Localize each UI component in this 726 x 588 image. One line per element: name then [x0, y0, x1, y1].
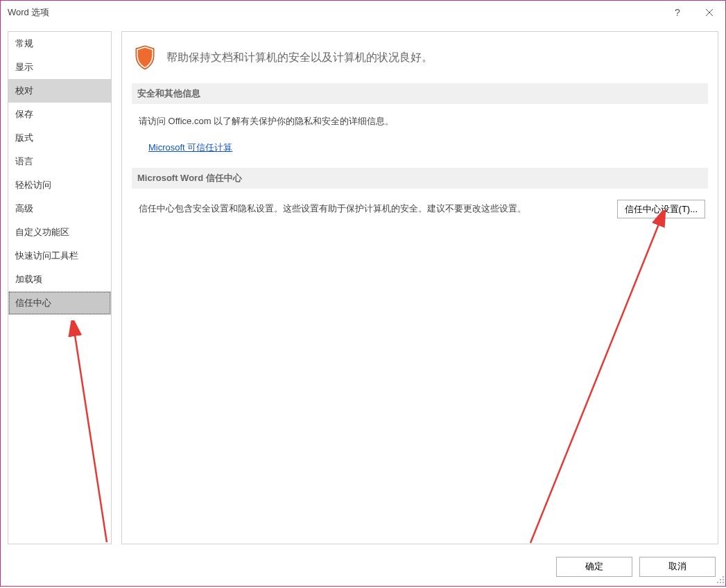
ok-button[interactable]: 确定 [556, 557, 632, 577]
sidebar-item-advanced[interactable]: 高级 [8, 197, 111, 220]
shield-icon [133, 44, 157, 71]
trust-center-text: 信任中心包含安全设置和隐私设置。这些设置有助于保护计算机的安全。建议不要更改这些… [139, 200, 607, 215]
sidebar-item-save[interactable]: 保存 [8, 103, 111, 126]
trust-center-settings-button[interactable]: 信任中心设置(T)... [617, 200, 705, 218]
cancel-button[interactable]: 取消 [639, 557, 716, 577]
svg-point-7 [723, 582, 724, 583]
sidebar-item-trust-center[interactable]: 信任中心 [8, 291, 111, 315]
section-security-header: 安全和其他信息 [132, 83, 708, 104]
security-text: 请访问 Office.com 以了解有关保护你的隐私和安全的详细信息。 [139, 115, 701, 128]
svg-point-6 [720, 579, 721, 580]
section-security-body: 请访问 Office.com 以了解有关保护你的隐私和安全的详细信息。 Micr… [132, 104, 708, 168]
sidebar-item-layout[interactable]: 版式 [8, 126, 111, 150]
svg-point-5 [723, 579, 724, 580]
svg-point-9 [717, 582, 718, 583]
sidebar-item-display[interactable]: 显示 [8, 55, 111, 79]
section-trust-center-header: Microsoft Word 信任中心 [132, 168, 708, 189]
content-area: 常规 显示 校对 保存 版式 语言 轻松访问 高级 自定义功能区 快速访问工具栏… [1, 24, 725, 551]
sidebar-item-proofing[interactable]: 校对 [8, 79, 111, 103]
sidebar-item-addins[interactable]: 加载项 [8, 268, 111, 291]
sidebar-item-quick-access-toolbar[interactable]: 快速访问工具栏 [8, 244, 111, 268]
trust-center-row: 信任中心包含安全设置和隐私设置。这些设置有助于保护计算机的安全。建议不要更改这些… [132, 189, 708, 218]
trustworthy-computing-link[interactable]: Microsoft 可信任计算 [148, 142, 232, 153]
sidebar-item-general[interactable]: 常规 [8, 32, 111, 55]
close-icon [705, 8, 714, 17]
dialog-title: Word 选项 [8, 6, 49, 19]
sidebar: 常规 显示 校对 保存 版式 语言 轻松访问 高级 自定义功能区 快速访问工具栏… [8, 31, 112, 544]
header-text: 帮助保持文档和计算机的安全以及计算机的状况良好。 [166, 51, 433, 65]
word-options-dialog: Word 选项 ? 常规 显示 校对 保存 版式 语言 轻松访问 高级 自定义功… [0, 0, 726, 587]
titlebar: Word 选项 ? [1, 1, 725, 24]
resize-grip[interactable] [716, 574, 725, 587]
header-row: 帮助保持文档和计算机的安全以及计算机的状况良好。 [132, 39, 708, 83]
svg-point-4 [723, 576, 724, 578]
sidebar-item-customize-ribbon[interactable]: 自定义功能区 [8, 220, 111, 244]
close-button[interactable] [693, 1, 725, 24]
footer: 确定 取消 [1, 551, 725, 586]
sidebar-item-ease-of-access[interactable]: 轻松访问 [8, 173, 111, 197]
help-button[interactable]: ? [662, 1, 693, 24]
sidebar-item-language[interactable]: 语言 [8, 150, 111, 173]
main-panel: 帮助保持文档和计算机的安全以及计算机的状况良好。 安全和其他信息 请访问 Off… [121, 31, 718, 544]
svg-point-8 [720, 582, 721, 583]
